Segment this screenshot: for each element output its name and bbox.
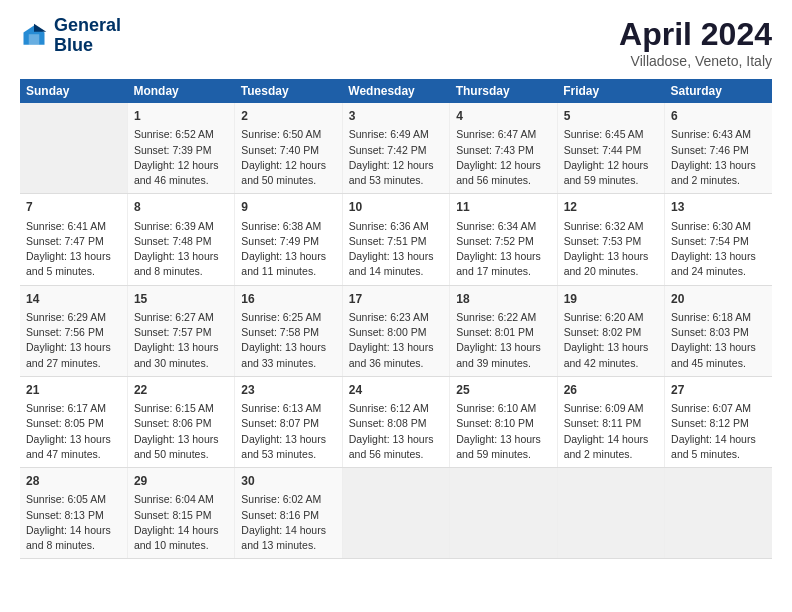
daylight-text: Daylight: 13 hours and 24 minutes. <box>671 250 756 277</box>
header-cell-saturday: Saturday <box>665 79 772 103</box>
sunrise-text: Sunrise: 6:34 AM <box>456 220 536 232</box>
day-cell: 27Sunrise: 6:07 AMSunset: 8:12 PMDayligh… <box>665 376 772 467</box>
daylight-text: Daylight: 14 hours and 5 minutes. <box>671 433 756 460</box>
day-cell: 4Sunrise: 6:47 AMSunset: 7:43 PMDaylight… <box>450 103 557 194</box>
daylight-text: Daylight: 13 hours and 17 minutes. <box>456 250 541 277</box>
day-cell: 17Sunrise: 6:23 AMSunset: 8:00 PMDayligh… <box>342 285 449 376</box>
sunrise-text: Sunrise: 6:18 AM <box>671 311 751 323</box>
header-cell-thursday: Thursday <box>450 79 557 103</box>
day-number: 5 <box>564 108 658 125</box>
day-cell: 30Sunrise: 6:02 AMSunset: 8:16 PMDayligh… <box>235 468 342 559</box>
daylight-text: Daylight: 14 hours and 2 minutes. <box>564 433 649 460</box>
sunrise-text: Sunrise: 6:20 AM <box>564 311 644 323</box>
sunset-text: Sunset: 8:12 PM <box>671 417 749 429</box>
day-number: 1 <box>134 108 228 125</box>
day-number: 16 <box>241 291 335 308</box>
day-cell: 9Sunrise: 6:38 AMSunset: 7:49 PMDaylight… <box>235 194 342 285</box>
daylight-text: Daylight: 12 hours and 56 minutes. <box>456 159 541 186</box>
day-cell: 25Sunrise: 6:10 AMSunset: 8:10 PMDayligh… <box>450 376 557 467</box>
day-number: 3 <box>349 108 443 125</box>
header-cell-friday: Friday <box>557 79 664 103</box>
day-cell: 23Sunrise: 6:13 AMSunset: 8:07 PMDayligh… <box>235 376 342 467</box>
week-row-4: 21Sunrise: 6:17 AMSunset: 8:05 PMDayligh… <box>20 376 772 467</box>
sunrise-text: Sunrise: 6:25 AM <box>241 311 321 323</box>
header-row: SundayMondayTuesdayWednesdayThursdayFrid… <box>20 79 772 103</box>
day-cell: 3Sunrise: 6:49 AMSunset: 7:42 PMDaylight… <box>342 103 449 194</box>
day-number: 8 <box>134 199 228 216</box>
day-cell <box>342 468 449 559</box>
sunset-text: Sunset: 8:07 PM <box>241 417 319 429</box>
day-number: 12 <box>564 199 658 216</box>
day-number: 24 <box>349 382 443 399</box>
logo-line1: General <box>54 16 121 36</box>
sunrise-text: Sunrise: 6:12 AM <box>349 402 429 414</box>
day-cell: 7Sunrise: 6:41 AMSunset: 7:47 PMDaylight… <box>20 194 127 285</box>
daylight-text: Daylight: 13 hours and 36 minutes. <box>349 341 434 368</box>
day-number: 17 <box>349 291 443 308</box>
sunrise-text: Sunrise: 6:30 AM <box>671 220 751 232</box>
sunset-text: Sunset: 8:05 PM <box>26 417 104 429</box>
sunrise-text: Sunrise: 6:50 AM <box>241 128 321 140</box>
sunrise-text: Sunrise: 6:45 AM <box>564 128 644 140</box>
calendar-header: SundayMondayTuesdayWednesdayThursdayFrid… <box>20 79 772 103</box>
day-number: 21 <box>26 382 121 399</box>
day-number: 13 <box>671 199 766 216</box>
week-row-2: 7Sunrise: 6:41 AMSunset: 7:47 PMDaylight… <box>20 194 772 285</box>
sunset-text: Sunset: 7:48 PM <box>134 235 212 247</box>
logo-line2: Blue <box>54 36 121 56</box>
header-cell-wednesday: Wednesday <box>342 79 449 103</box>
day-cell: 28Sunrise: 6:05 AMSunset: 8:13 PMDayligh… <box>20 468 127 559</box>
header-cell-tuesday: Tuesday <box>235 79 342 103</box>
day-number: 27 <box>671 382 766 399</box>
sunrise-text: Sunrise: 6:10 AM <box>456 402 536 414</box>
day-cell: 6Sunrise: 6:43 AMSunset: 7:46 PMDaylight… <box>665 103 772 194</box>
day-number: 14 <box>26 291 121 308</box>
week-row-5: 28Sunrise: 6:05 AMSunset: 8:13 PMDayligh… <box>20 468 772 559</box>
daylight-text: Daylight: 13 hours and 27 minutes. <box>26 341 111 368</box>
sunset-text: Sunset: 8:03 PM <box>671 326 749 338</box>
sunset-text: Sunset: 7:42 PM <box>349 144 427 156</box>
sunset-text: Sunset: 8:16 PM <box>241 509 319 521</box>
day-cell: 16Sunrise: 6:25 AMSunset: 7:58 PMDayligh… <box>235 285 342 376</box>
day-cell: 8Sunrise: 6:39 AMSunset: 7:48 PMDaylight… <box>127 194 234 285</box>
day-cell: 26Sunrise: 6:09 AMSunset: 8:11 PMDayligh… <box>557 376 664 467</box>
page: General Blue April 2024 Villadose, Venet… <box>0 0 792 612</box>
day-cell: 22Sunrise: 6:15 AMSunset: 8:06 PMDayligh… <box>127 376 234 467</box>
sunset-text: Sunset: 7:46 PM <box>671 144 749 156</box>
day-number: 15 <box>134 291 228 308</box>
daylight-text: Daylight: 12 hours and 53 minutes. <box>349 159 434 186</box>
day-cell: 20Sunrise: 6:18 AMSunset: 8:03 PMDayligh… <box>665 285 772 376</box>
logo-icon <box>20 22 48 50</box>
daylight-text: Daylight: 14 hours and 13 minutes. <box>241 524 326 551</box>
day-cell: 1Sunrise: 6:52 AMSunset: 7:39 PMDaylight… <box>127 103 234 194</box>
sunrise-text: Sunrise: 6:39 AM <box>134 220 214 232</box>
sunset-text: Sunset: 7:53 PM <box>564 235 642 247</box>
day-cell: 15Sunrise: 6:27 AMSunset: 7:57 PMDayligh… <box>127 285 234 376</box>
sunset-text: Sunset: 8:02 PM <box>564 326 642 338</box>
sunset-text: Sunset: 7:57 PM <box>134 326 212 338</box>
daylight-text: Daylight: 13 hours and 50 minutes. <box>134 433 219 460</box>
daylight-text: Daylight: 13 hours and 14 minutes. <box>349 250 434 277</box>
sunset-text: Sunset: 8:01 PM <box>456 326 534 338</box>
day-number: 2 <box>241 108 335 125</box>
sunrise-text: Sunrise: 6:47 AM <box>456 128 536 140</box>
sunset-text: Sunset: 7:51 PM <box>349 235 427 247</box>
day-number: 4 <box>456 108 550 125</box>
sunrise-text: Sunrise: 6:23 AM <box>349 311 429 323</box>
logo-text: General Blue <box>54 16 121 56</box>
sunset-text: Sunset: 8:00 PM <box>349 326 427 338</box>
sunrise-text: Sunrise: 6:13 AM <box>241 402 321 414</box>
day-number: 28 <box>26 473 121 490</box>
sunrise-text: Sunrise: 6:22 AM <box>456 311 536 323</box>
header-cell-sunday: Sunday <box>20 79 127 103</box>
sunset-text: Sunset: 8:06 PM <box>134 417 212 429</box>
day-cell: 14Sunrise: 6:29 AMSunset: 7:56 PMDayligh… <box>20 285 127 376</box>
day-cell <box>665 468 772 559</box>
daylight-text: Daylight: 13 hours and 2 minutes. <box>671 159 756 186</box>
main-title: April 2024 <box>619 16 772 53</box>
sunrise-text: Sunrise: 6:15 AM <box>134 402 214 414</box>
sunrise-text: Sunrise: 6:09 AM <box>564 402 644 414</box>
day-number: 19 <box>564 291 658 308</box>
week-row-3: 14Sunrise: 6:29 AMSunset: 7:56 PMDayligh… <box>20 285 772 376</box>
day-cell: 29Sunrise: 6:04 AMSunset: 8:15 PMDayligh… <box>127 468 234 559</box>
